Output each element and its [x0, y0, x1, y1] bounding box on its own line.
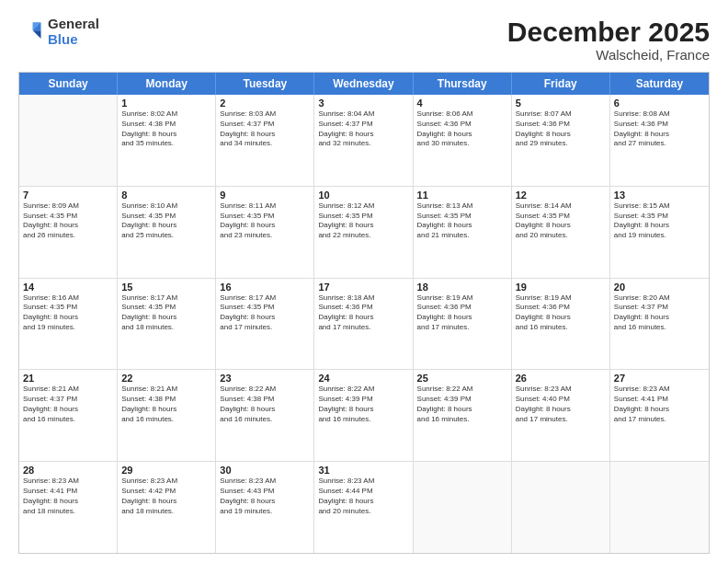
calendar-cell: 19Sunrise: 8:19 AM Sunset: 4:36 PM Dayli…	[512, 279, 610, 370]
cell-info: Sunrise: 8:11 AM Sunset: 4:35 PM Dayligh…	[220, 201, 310, 241]
day-number: 23	[220, 373, 310, 384]
calendar-cell: 13Sunrise: 8:15 AM Sunset: 4:35 PM Dayli…	[610, 187, 709, 278]
calendar-cell: 31Sunrise: 8:23 AM Sunset: 4:44 PM Dayli…	[314, 462, 413, 553]
cell-info: Sunrise: 8:12 AM Sunset: 4:35 PM Dayligh…	[318, 201, 408, 241]
cell-info: Sunrise: 8:16 AM Sunset: 4:35 PM Dayligh…	[23, 293, 113, 333]
day-number: 16	[220, 282, 310, 293]
header-day-wednesday: Wednesday	[314, 73, 413, 95]
calendar-cell: 3Sunrise: 8:04 AM Sunset: 4:37 PM Daylig…	[314, 95, 413, 186]
cell-info: Sunrise: 8:23 AM Sunset: 4:40 PM Dayligh…	[516, 385, 606, 424]
logo: General Blue	[18, 17, 99, 47]
calendar-cell: 28Sunrise: 8:23 AM Sunset: 4:41 PM Dayli…	[19, 462, 118, 553]
logo-icon	[18, 19, 44, 45]
calendar-body: 1Sunrise: 8:02 AM Sunset: 4:38 PM Daylig…	[19, 95, 709, 553]
day-number: 18	[417, 282, 507, 293]
calendar-cell	[19, 95, 118, 186]
calendar-cell: 29Sunrise: 8:23 AM Sunset: 4:42 PM Dayli…	[118, 462, 216, 553]
calendar-cell: 12Sunrise: 8:14 AM Sunset: 4:35 PM Dayli…	[512, 187, 610, 278]
cell-info: Sunrise: 8:23 AM Sunset: 4:44 PM Dayligh…	[318, 477, 408, 516]
logo-text: General Blue	[48, 17, 99, 47]
cell-info: Sunrise: 8:21 AM Sunset: 4:38 PM Dayligh…	[121, 385, 211, 424]
cell-info: Sunrise: 8:14 AM Sunset: 4:35 PM Dayligh…	[516, 201, 606, 241]
cell-info: Sunrise: 8:15 AM Sunset: 4:35 PM Dayligh…	[614, 201, 705, 241]
day-number: 28	[23, 465, 113, 476]
calendar-cell: 30Sunrise: 8:23 AM Sunset: 4:43 PM Dayli…	[216, 462, 314, 553]
calendar-row-2: 14Sunrise: 8:16 AM Sunset: 4:35 PM Dayli…	[19, 279, 709, 371]
calendar-cell: 1Sunrise: 8:02 AM Sunset: 4:38 PM Daylig…	[118, 95, 216, 186]
header-day-tuesday: Tuesday	[216, 73, 314, 95]
calendar-cell: 22Sunrise: 8:21 AM Sunset: 4:38 PM Dayli…	[118, 370, 216, 461]
day-number: 9	[220, 190, 310, 201]
cell-info: Sunrise: 8:22 AM Sunset: 4:39 PM Dayligh…	[417, 385, 507, 424]
calendar-cell: 24Sunrise: 8:22 AM Sunset: 4:39 PM Dayli…	[314, 370, 413, 461]
logo-line1: General	[48, 17, 99, 32]
day-number: 22	[121, 373, 211, 384]
calendar-cell: 21Sunrise: 8:21 AM Sunset: 4:37 PM Dayli…	[19, 370, 118, 461]
cell-info: Sunrise: 8:22 AM Sunset: 4:38 PM Dayligh…	[220, 385, 310, 424]
day-number: 19	[516, 282, 606, 293]
day-number: 1	[121, 98, 211, 109]
calendar-cell	[414, 462, 512, 553]
title-block: December 2025 Walscheid, France	[507, 17, 710, 63]
header-day-monday: Monday	[118, 73, 216, 95]
day-number: 3	[318, 98, 408, 109]
day-number: 4	[417, 98, 507, 109]
calendar-cell: 17Sunrise: 8:18 AM Sunset: 4:36 PM Dayli…	[314, 279, 413, 370]
cell-info: Sunrise: 8:19 AM Sunset: 4:36 PM Dayligh…	[417, 293, 507, 333]
day-number: 10	[318, 190, 408, 201]
day-number: 26	[516, 373, 606, 384]
cell-info: Sunrise: 8:03 AM Sunset: 4:37 PM Dayligh…	[220, 109, 310, 149]
calendar-cell: 15Sunrise: 8:17 AM Sunset: 4:35 PM Dayli…	[118, 279, 216, 370]
calendar-cell: 26Sunrise: 8:23 AM Sunset: 4:40 PM Dayli…	[512, 370, 610, 461]
calendar-header: SundayMondayTuesdayWednesdayThursdayFrid…	[19, 73, 709, 95]
header-day-sunday: Sunday	[19, 73, 118, 95]
day-number: 8	[121, 190, 211, 201]
calendar-cell	[610, 462, 709, 553]
day-number: 14	[23, 282, 113, 293]
cell-info: Sunrise: 8:08 AM Sunset: 4:36 PM Dayligh…	[614, 109, 705, 149]
day-number: 30	[220, 465, 310, 476]
header-day-saturday: Saturday	[610, 73, 709, 95]
header-day-friday: Friday	[512, 73, 610, 95]
calendar-cell: 10Sunrise: 8:12 AM Sunset: 4:35 PM Dayli…	[314, 187, 413, 278]
day-number: 2	[220, 98, 310, 109]
day-number: 6	[614, 98, 705, 109]
calendar-cell: 14Sunrise: 8:16 AM Sunset: 4:35 PM Dayli…	[19, 279, 118, 370]
day-number: 25	[417, 373, 507, 384]
calendar-row-3: 21Sunrise: 8:21 AM Sunset: 4:37 PM Dayli…	[19, 370, 709, 462]
calendar-cell: 16Sunrise: 8:17 AM Sunset: 4:35 PM Dayli…	[216, 279, 314, 370]
calendar-cell	[512, 462, 610, 553]
cell-info: Sunrise: 8:09 AM Sunset: 4:35 PM Dayligh…	[23, 201, 113, 241]
cell-info: Sunrise: 8:06 AM Sunset: 4:36 PM Dayligh…	[417, 109, 507, 149]
day-number: 12	[516, 190, 606, 201]
logo-line2: Blue	[48, 32, 99, 48]
calendar-cell: 27Sunrise: 8:23 AM Sunset: 4:41 PM Dayli…	[610, 370, 709, 461]
calendar-cell: 8Sunrise: 8:10 AM Sunset: 4:35 PM Daylig…	[118, 187, 216, 278]
day-number: 5	[516, 98, 606, 109]
calendar-cell: 11Sunrise: 8:13 AM Sunset: 4:35 PM Dayli…	[414, 187, 512, 278]
header-day-thursday: Thursday	[414, 73, 512, 95]
calendar-cell: 5Sunrise: 8:07 AM Sunset: 4:36 PM Daylig…	[512, 95, 610, 186]
cell-info: Sunrise: 8:13 AM Sunset: 4:35 PM Dayligh…	[417, 201, 507, 241]
day-number: 15	[121, 282, 211, 293]
cell-info: Sunrise: 8:18 AM Sunset: 4:36 PM Dayligh…	[318, 293, 408, 333]
calendar-cell: 4Sunrise: 8:06 AM Sunset: 4:36 PM Daylig…	[414, 95, 512, 186]
cell-info: Sunrise: 8:23 AM Sunset: 4:41 PM Dayligh…	[614, 385, 705, 424]
calendar: SundayMondayTuesdayWednesdayThursdayFrid…	[18, 72, 710, 554]
cell-info: Sunrise: 8:07 AM Sunset: 4:36 PM Dayligh…	[516, 109, 606, 149]
day-number: 13	[614, 190, 705, 201]
cell-info: Sunrise: 8:04 AM Sunset: 4:37 PM Dayligh…	[318, 109, 408, 149]
calendar-cell: 6Sunrise: 8:08 AM Sunset: 4:36 PM Daylig…	[610, 95, 709, 186]
cell-info: Sunrise: 8:21 AM Sunset: 4:37 PM Dayligh…	[23, 385, 113, 424]
cell-info: Sunrise: 8:02 AM Sunset: 4:38 PM Dayligh…	[121, 109, 211, 149]
day-number: 20	[614, 282, 705, 293]
calendar-cell: 9Sunrise: 8:11 AM Sunset: 4:35 PM Daylig…	[216, 187, 314, 278]
cell-info: Sunrise: 8:17 AM Sunset: 4:35 PM Dayligh…	[121, 293, 211, 333]
cell-info: Sunrise: 8:10 AM Sunset: 4:35 PM Dayligh…	[121, 201, 211, 241]
day-number: 7	[23, 190, 113, 201]
calendar-row-4: 28Sunrise: 8:23 AM Sunset: 4:41 PM Dayli…	[19, 462, 709, 553]
day-number: 11	[417, 190, 507, 201]
day-number: 17	[318, 282, 408, 293]
calendar-row-0: 1Sunrise: 8:02 AM Sunset: 4:38 PM Daylig…	[19, 95, 709, 187]
calendar-cell: 23Sunrise: 8:22 AM Sunset: 4:38 PM Dayli…	[216, 370, 314, 461]
